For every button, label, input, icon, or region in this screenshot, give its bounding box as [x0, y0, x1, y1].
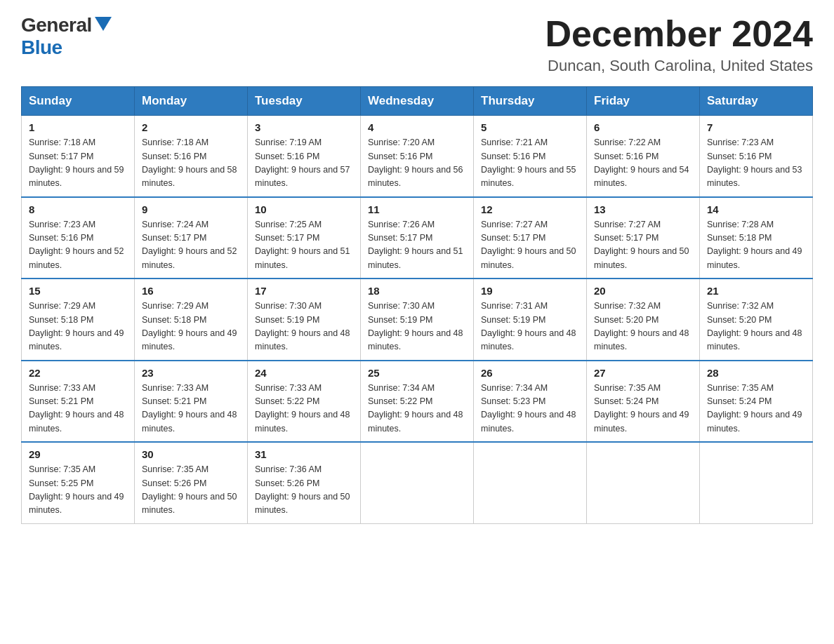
- week-row-4: 22Sunrise: 7:33 AMSunset: 5:21 PMDayligh…: [22, 361, 813, 443]
- calendar-cell: 4Sunrise: 7:20 AMSunset: 5:16 PMDaylight…: [361, 116, 474, 197]
- week-row-3: 15Sunrise: 7:29 AMSunset: 5:18 PMDayligh…: [22, 279, 813, 361]
- header-tuesday: Tuesday: [248, 87, 361, 116]
- day-number: 25: [368, 367, 466, 379]
- calendar-cell: 13Sunrise: 7:27 AMSunset: 5:17 PMDayligh…: [587, 197, 700, 279]
- week-row-1: 1Sunrise: 7:18 AMSunset: 5:17 PMDaylight…: [22, 116, 813, 197]
- day-info: Sunrise: 7:35 AMSunset: 5:25 PMDaylight:…: [29, 463, 127, 518]
- header-saturday: Saturday: [700, 87, 813, 116]
- calendar-cell: 10Sunrise: 7:25 AMSunset: 5:17 PMDayligh…: [248, 197, 361, 279]
- day-number: 16: [142, 285, 240, 297]
- calendar-cell: 23Sunrise: 7:33 AMSunset: 5:21 PMDayligh…: [135, 361, 248, 443]
- day-number: 22: [29, 367, 127, 379]
- calendar-cell: 24Sunrise: 7:33 AMSunset: 5:22 PMDayligh…: [248, 361, 361, 443]
- day-info: Sunrise: 7:21 AMSunset: 5:16 PMDaylight:…: [481, 136, 579, 191]
- day-info: Sunrise: 7:30 AMSunset: 5:19 PMDaylight:…: [368, 300, 466, 354]
- header: General Blue December 2024 Duncan, South…: [21, 14, 813, 75]
- logo-triangle-icon: [95, 17, 112, 31]
- day-info: Sunrise: 7:29 AMSunset: 5:18 PMDaylight:…: [29, 300, 127, 354]
- title-area: December 2024 Duncan, South Carolina, Un…: [545, 14, 813, 75]
- day-number: 23: [142, 367, 240, 379]
- day-info: Sunrise: 7:26 AMSunset: 5:17 PMDaylight:…: [368, 218, 466, 273]
- calendar-cell: 9Sunrise: 7:24 AMSunset: 5:17 PMDaylight…: [135, 197, 248, 279]
- day-number: 14: [707, 203, 805, 215]
- day-info: Sunrise: 7:32 AMSunset: 5:20 PMDaylight:…: [594, 300, 692, 354]
- day-number: 24: [255, 367, 353, 379]
- day-number: 6: [594, 121, 692, 133]
- week-row-2: 8Sunrise: 7:23 AMSunset: 5:16 PMDaylight…: [22, 197, 813, 279]
- calendar-cell: 21Sunrise: 7:32 AMSunset: 5:20 PMDayligh…: [700, 279, 813, 361]
- calendar-cell: 15Sunrise: 7:29 AMSunset: 5:18 PMDayligh…: [22, 279, 135, 361]
- calendar-cell: 2Sunrise: 7:18 AMSunset: 5:16 PMDaylight…: [135, 116, 248, 197]
- day-info: Sunrise: 7:23 AMSunset: 5:16 PMDaylight:…: [707, 136, 805, 191]
- day-info: Sunrise: 7:33 AMSunset: 5:22 PMDaylight:…: [255, 382, 353, 436]
- logo-general: General: [21, 14, 92, 36]
- day-number: 9: [142, 203, 240, 215]
- calendar-cell: 6Sunrise: 7:22 AMSunset: 5:16 PMDaylight…: [587, 116, 700, 197]
- header-thursday: Thursday: [474, 87, 587, 116]
- day-number: 18: [368, 285, 466, 297]
- calendar-cell: 25Sunrise: 7:34 AMSunset: 5:22 PMDayligh…: [361, 361, 474, 443]
- day-info: Sunrise: 7:20 AMSunset: 5:16 PMDaylight:…: [368, 136, 466, 191]
- calendar-cell: 5Sunrise: 7:21 AMSunset: 5:16 PMDaylight…: [474, 116, 587, 197]
- day-number: 26: [481, 367, 579, 379]
- calendar-cell: 30Sunrise: 7:35 AMSunset: 5:26 PMDayligh…: [135, 442, 248, 523]
- day-info: Sunrise: 7:35 AMSunset: 5:26 PMDaylight:…: [142, 463, 240, 518]
- day-number: 28: [707, 367, 805, 379]
- day-number: 11: [368, 203, 466, 215]
- day-info: Sunrise: 7:35 AMSunset: 5:24 PMDaylight:…: [594, 382, 692, 436]
- day-number: 4: [368, 121, 466, 133]
- calendar-cell: 28Sunrise: 7:35 AMSunset: 5:24 PMDayligh…: [700, 361, 813, 443]
- calendar-cell: [587, 442, 700, 523]
- day-info: Sunrise: 7:36 AMSunset: 5:26 PMDaylight:…: [255, 463, 353, 518]
- day-info: Sunrise: 7:27 AMSunset: 5:17 PMDaylight:…: [481, 218, 579, 273]
- day-number: 30: [142, 448, 240, 460]
- day-info: Sunrise: 7:18 AMSunset: 5:16 PMDaylight:…: [142, 136, 240, 191]
- day-info: Sunrise: 7:31 AMSunset: 5:19 PMDaylight:…: [481, 300, 579, 354]
- day-info: Sunrise: 7:22 AMSunset: 5:16 PMDaylight:…: [594, 136, 692, 191]
- day-info: Sunrise: 7:19 AMSunset: 5:16 PMDaylight:…: [255, 136, 353, 191]
- day-number: 13: [594, 203, 692, 215]
- day-info: Sunrise: 7:33 AMSunset: 5:21 PMDaylight:…: [142, 382, 240, 436]
- header-wednesday: Wednesday: [361, 87, 474, 116]
- day-number: 17: [255, 285, 353, 297]
- day-number: 3: [255, 121, 353, 133]
- day-number: 2: [142, 121, 240, 133]
- calendar-cell: 17Sunrise: 7:30 AMSunset: 5:19 PMDayligh…: [248, 279, 361, 361]
- day-number: 29: [29, 448, 127, 460]
- day-number: 5: [481, 121, 579, 133]
- day-info: Sunrise: 7:18 AMSunset: 5:17 PMDaylight:…: [29, 136, 127, 191]
- calendar-cell: 19Sunrise: 7:31 AMSunset: 5:19 PMDayligh…: [474, 279, 587, 361]
- calendar-cell: 20Sunrise: 7:32 AMSunset: 5:20 PMDayligh…: [587, 279, 700, 361]
- day-number: 15: [29, 285, 127, 297]
- day-number: 31: [255, 448, 353, 460]
- day-number: 21: [707, 285, 805, 297]
- day-number: 27: [594, 367, 692, 379]
- calendar-cell: 29Sunrise: 7:35 AMSunset: 5:25 PMDayligh…: [22, 442, 135, 523]
- logo: General Blue: [21, 14, 112, 59]
- calendar-cell: 18Sunrise: 7:30 AMSunset: 5:19 PMDayligh…: [361, 279, 474, 361]
- calendar-cell: 7Sunrise: 7:23 AMSunset: 5:16 PMDaylight…: [700, 116, 813, 197]
- header-sunday: Sunday: [22, 87, 135, 116]
- day-info: Sunrise: 7:24 AMSunset: 5:17 PMDaylight:…: [142, 218, 240, 273]
- calendar-cell: 12Sunrise: 7:27 AMSunset: 5:17 PMDayligh…: [474, 197, 587, 279]
- calendar-table: SundayMondayTuesdayWednesdayThursdayFrid…: [21, 86, 813, 524]
- calendar-cell: 1Sunrise: 7:18 AMSunset: 5:17 PMDaylight…: [22, 116, 135, 197]
- calendar-header-row: SundayMondayTuesdayWednesdayThursdayFrid…: [22, 87, 813, 116]
- calendar-cell: [474, 442, 587, 523]
- calendar-cell: 26Sunrise: 7:34 AMSunset: 5:23 PMDayligh…: [474, 361, 587, 443]
- day-number: 1: [29, 121, 127, 133]
- logo-blue: Blue: [21, 36, 62, 59]
- day-number: 8: [29, 203, 127, 215]
- day-number: 19: [481, 285, 579, 297]
- day-info: Sunrise: 7:23 AMSunset: 5:16 PMDaylight:…: [29, 218, 127, 273]
- week-row-5: 29Sunrise: 7:35 AMSunset: 5:25 PMDayligh…: [22, 442, 813, 523]
- calendar-cell: [700, 442, 813, 523]
- header-monday: Monday: [135, 87, 248, 116]
- day-info: Sunrise: 7:28 AMSunset: 5:18 PMDaylight:…: [707, 218, 805, 273]
- calendar-cell: 3Sunrise: 7:19 AMSunset: 5:16 PMDaylight…: [248, 116, 361, 197]
- month-title: December 2024: [545, 14, 813, 54]
- day-info: Sunrise: 7:34 AMSunset: 5:22 PMDaylight:…: [368, 382, 466, 436]
- day-info: Sunrise: 7:29 AMSunset: 5:18 PMDaylight:…: [142, 300, 240, 354]
- calendar-cell: 8Sunrise: 7:23 AMSunset: 5:16 PMDaylight…: [22, 197, 135, 279]
- day-info: Sunrise: 7:33 AMSunset: 5:21 PMDaylight:…: [29, 382, 127, 436]
